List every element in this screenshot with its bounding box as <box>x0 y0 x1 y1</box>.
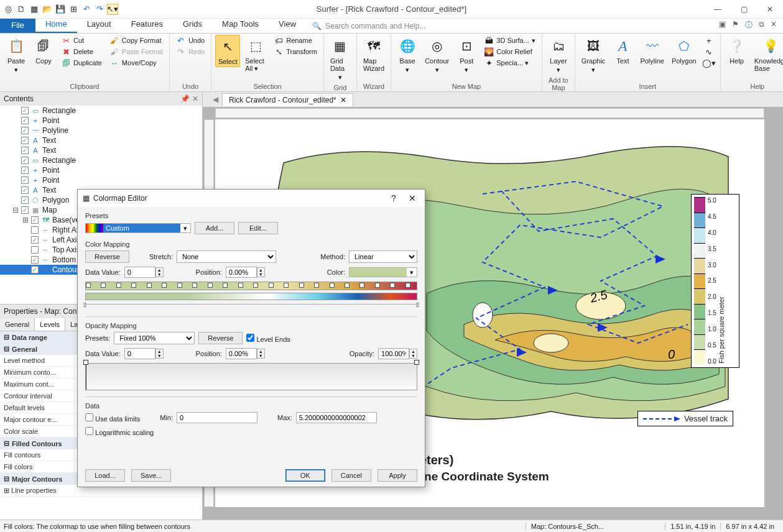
tree-node[interactable]: ✓+Point <box>0 165 202 175</box>
opacity-preset-select[interactable]: Fixed 100% <box>114 332 195 344</box>
tree-node[interactable]: ✓▭Rectangle <box>0 106 202 116</box>
color-combo[interactable]: ▾ <box>349 267 417 277</box>
base-button[interactable]: 🌐Base▾ <box>395 35 420 75</box>
checkbox[interactable]: ✓ <box>31 216 39 224</box>
select-all-button[interactable]: ⬚Select All ▾ <box>243 35 269 74</box>
data-value-input[interactable] <box>124 267 155 278</box>
cancel-button[interactable]: Cancel <box>331 469 371 482</box>
checkbox[interactable]: ✓ <box>21 206 29 214</box>
point-button[interactable]: + <box>702 35 716 46</box>
spline-button[interactable]: ∿ <box>702 46 716 57</box>
op-data-value-input[interactable] <box>124 348 155 359</box>
checkbox[interactable]: ✓ <box>21 157 29 164</box>
load-button[interactable]: Load... <box>85 469 125 482</box>
search-box[interactable]: 🔍 Search commands and Help... <box>312 22 437 33</box>
spinner[interactable]: ▲▼ <box>409 349 417 359</box>
color-relief-button[interactable]: 🌄Color Relief <box>481 46 538 57</box>
apply-button[interactable]: Apply <box>378 469 417 482</box>
ok-button[interactable]: OK <box>285 469 325 482</box>
checkbox[interactable]: ✓ <box>21 127 29 134</box>
tree-node[interactable]: ✓+Point <box>0 175 202 185</box>
close-doc-icon[interactable]: ✕ <box>771 20 777 30</box>
tree-node[interactable]: ✓AText <box>0 135 202 145</box>
tab-layout[interactable]: Layout <box>77 16 121 33</box>
window-arrange-icon[interactable]: ▣ <box>719 20 726 30</box>
position-input[interactable] <box>226 267 257 278</box>
tree-node[interactable]: ✓AText <box>0 145 202 155</box>
pin-icon[interactable]: 📌 <box>180 94 190 103</box>
checkbox[interactable]: ✓ <box>31 266 39 273</box>
tree-node[interactable]: ✓▭Rectangle <box>0 155 202 165</box>
spinner[interactable]: ▲▼ <box>257 267 265 277</box>
polyline-button[interactable]: 〰Polyline <box>637 35 667 66</box>
doc-tab[interactable]: Rick Crawford - Contour_edited*✕ <box>222 93 353 106</box>
cut-button[interactable]: ✂Cut <box>58 35 104 46</box>
delete-button[interactable]: ✖Delete <box>58 46 104 57</box>
checkbox[interactable]: ✓ <box>31 256 39 264</box>
tab-grids[interactable]: Grids <box>173 16 212 33</box>
add-preset-button[interactable]: Add... <box>195 222 234 234</box>
copy-format-button[interactable]: 🖌Copy Format <box>107 35 165 46</box>
app-icon[interactable]: ◎ <box>2 4 14 15</box>
close-pane-icon[interactable]: ✕ <box>192 94 198 103</box>
close-button[interactable]: ✕ <box>757 0 783 19</box>
max-input[interactable] <box>296 412 377 423</box>
contour-button[interactable]: ◎Contour▾ <box>422 35 452 75</box>
duplicate-button[interactable]: 🗐Duplicate <box>58 57 104 68</box>
post-button[interactable]: ⊡Post▾ <box>454 35 479 75</box>
save-dialog-button[interactable]: Save... <box>131 469 171 482</box>
surface-button[interactable]: 🏔3D Surfa... ▾ <box>481 35 538 46</box>
tab-features[interactable]: Features <box>121 16 173 33</box>
restore-icon[interactable]: ⧉ <box>759 20 764 30</box>
tab-close-icon[interactable]: ✕ <box>340 96 346 104</box>
color-nodes-bar[interactable] <box>85 282 417 290</box>
tree-node[interactable]: ✓+Point <box>0 116 202 126</box>
maximize-button[interactable]: ▢ <box>731 0 757 19</box>
layer-button[interactable]: 🗂Layer▾ <box>546 35 571 75</box>
use-data-limits-check[interactable]: Use data limits <box>85 413 140 423</box>
checkbox[interactable]: ✓ <box>31 226 39 234</box>
kb-button[interactable]: 💡Knowledge Base <box>752 35 783 73</box>
move-copy-button[interactable]: ↔Move/Copy <box>107 57 165 68</box>
help-icon[interactable]: ? <box>386 193 401 203</box>
special-button[interactable]: ✦Specia... ▾ <box>481 57 538 68</box>
checkbox[interactable]: ✓ <box>21 167 29 174</box>
paste-button[interactable]: 📋Paste▾ <box>4 35 29 75</box>
level-ends-check[interactable]: Level Ends <box>246 334 290 343</box>
checkbox[interactable]: ✓ <box>21 186 29 194</box>
copy-button[interactable]: 🗐Copy <box>31 35 56 66</box>
op-position-input[interactable] <box>226 348 257 359</box>
opacity-input[interactable] <box>378 348 409 359</box>
prop-tab-general[interactable]: General <box>0 318 35 331</box>
log-scaling-check[interactable]: Logarithmic scaling <box>85 427 154 436</box>
prop-tab-levels[interactable]: Levels <box>35 318 65 331</box>
save-icon[interactable]: 💾 <box>55 4 66 15</box>
text-button[interactable]: AText <box>610 35 635 66</box>
map-wizard-button[interactable]: 🗺Map Wizard <box>361 35 387 73</box>
tab-home[interactable]: Home <box>35 16 77 33</box>
checkbox[interactable]: ✓ <box>21 147 29 154</box>
graphic-button[interactable]: 🖼Graphic▾ <box>579 35 608 75</box>
minimize-button[interactable]: — <box>705 0 731 19</box>
checkbox[interactable]: ✓ <box>21 117 29 124</box>
tab-view[interactable]: View <box>269 16 306 33</box>
flag-icon[interactable]: ⚑ <box>732 20 739 30</box>
rename-button[interactable]: 🏷Rename <box>271 35 320 46</box>
help-icon[interactable]: ⓘ <box>745 20 753 30</box>
polygon-button[interactable]: ⬠Polygon <box>669 35 699 66</box>
grid-icon[interactable]: ⊞ <box>68 4 79 15</box>
shape-button[interactable]: ◯▾ <box>702 57 716 68</box>
opacity-histogram[interactable] <box>85 363 417 390</box>
tab-maptools[interactable]: Map Tools <box>212 16 269 33</box>
checkbox[interactable]: ✓ <box>31 236 39 244</box>
checkbox[interactable]: ✓ <box>21 137 29 144</box>
plot-icon[interactable]: ▦ <box>29 4 40 15</box>
redo-icon[interactable]: ↷ <box>94 4 105 15</box>
spinner[interactable]: ▲▼ <box>155 349 164 359</box>
help-button[interactable]: ❔Help <box>725 35 749 66</box>
stretch-select[interactable]: None <box>177 250 276 263</box>
file-tab[interactable]: File <box>0 17 35 33</box>
spinner[interactable]: ▲▼ <box>155 267 164 277</box>
presets-combo[interactable]: Custom ▾ <box>85 223 191 233</box>
method-select[interactable]: Linear <box>349 250 417 263</box>
